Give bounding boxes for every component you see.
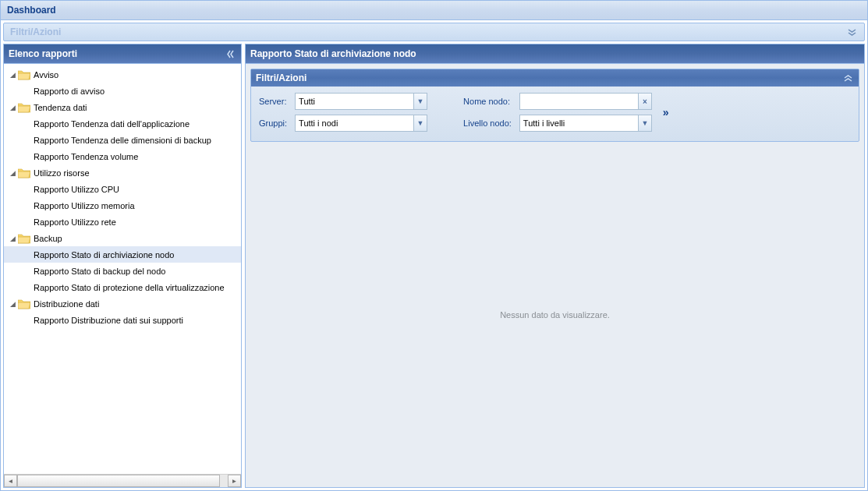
top-filters-title: Filtri/Azioni (10, 26, 61, 37)
tree-item[interactable]: Rapporto Utilizzo CPU (4, 181, 241, 197)
tree-toggle-icon[interactable]: ◢ (7, 71, 18, 79)
tree-item-label: Rapporto Utilizzo rete (34, 217, 116, 227)
right-panel: Rapporto Stato di archiviazione nodo Fil… (245, 44, 865, 488)
tree-folder[interactable]: ◢Distribuzione dati (4, 295, 241, 312)
tree-item-label: Rapporto Stato di backup del nodo (34, 267, 165, 276)
expand-down-icon[interactable] (845, 26, 858, 38)
tree-folder-label: Tendenza dati (34, 103, 87, 112)
tree-toggle-icon[interactable]: ◢ (7, 104, 18, 111)
sub-filters-body: Server: ▼ Nome nodo: × Gruppi: (251, 87, 859, 141)
apply-filter-button[interactable]: » (658, 106, 674, 118)
tree-item[interactable]: Rapporto di avviso (4, 83, 241, 99)
horizontal-scrollbar[interactable]: ◄ ► (4, 474, 241, 487)
scroll-left-button[interactable]: ◄ (4, 475, 17, 487)
server-input[interactable] (295, 93, 413, 110)
tree-item-label: Rapporto Stato di archiviazione nodo (34, 250, 174, 260)
left-panel: Elenco rapporti ◢AvvisoRapporto di avvis… (3, 44, 242, 488)
tree-folder-label: Distribuzione dati (34, 299, 99, 309)
livello-nodo-trigger-icon[interactable]: ▼ (638, 115, 652, 132)
gruppi-trigger-icon[interactable]: ▼ (413, 115, 427, 132)
livello-nodo-combo[interactable]: ▼ (519, 115, 652, 132)
tree-item-label: Rapporto Tendenza delle dimensioni di ba… (34, 136, 211, 145)
right-panel-title: Rapporto Stato di archiviazione nodo (250, 48, 416, 59)
nome-nodo-field[interactable]: × (519, 93, 652, 110)
tree-item-label: Rapporto Utilizzo CPU (34, 185, 119, 194)
tree-folder[interactable]: ◢Tendenza dati (4, 99, 241, 115)
nome-nodo-input[interactable] (519, 93, 638, 110)
folder-icon (18, 233, 30, 244)
tree-item-label: Rapporto Tendenza dati dell'applicazione (34, 119, 190, 129)
dashboard-title: Dashboard (7, 5, 56, 16)
gruppi-label: Gruppi: (259, 118, 287, 128)
tree-item[interactable]: Rapporto Stato di backup del nodo (4, 263, 241, 279)
tree-item[interactable]: Rapporto Stato di protezione della virtu… (4, 279, 241, 295)
report-tree[interactable]: ◢AvvisoRapporto di avviso◢Tendenza datiR… (4, 64, 241, 474)
gruppi-input[interactable] (295, 115, 413, 132)
report-body: Nessun dato da visualizzare. (250, 147, 859, 482)
collapse-left-icon[interactable] (225, 48, 236, 60)
tree-folder-label: Avviso (34, 70, 58, 79)
livello-nodo-input[interactable] (519, 115, 638, 132)
collapse-up-icon[interactable] (842, 72, 854, 84)
folder-icon (18, 168, 30, 178)
scroll-thumb[interactable] (17, 475, 220, 487)
tree-item[interactable]: Rapporto Utilizzo memoria (4, 197, 241, 214)
tree-folder[interactable]: ◢Avviso (4, 66, 241, 83)
right-panel-header: Rapporto Stato di archiviazione nodo (246, 44, 864, 64)
scroll-track[interactable] (17, 475, 228, 487)
tree-item-label: Rapporto Stato di protezione della virtu… (34, 283, 225, 292)
sub-filters-panel: Filtri/Azioni Server: ▼ Nome nodo: (250, 69, 859, 142)
tree-item[interactable]: Rapporto Stato di archiviazione nodo (4, 246, 241, 263)
nome-nodo-label: Nome nodo: (463, 97, 512, 106)
left-panel-title: Elenco rapporti (9, 48, 77, 59)
clear-icon[interactable]: × (638, 93, 652, 110)
dashboard-header: Dashboard (1, 1, 867, 20)
server-trigger-icon[interactable]: ▼ (413, 93, 427, 110)
tree-item[interactable]: Rapporto Distribuzione dati sui supporti (4, 312, 241, 328)
folder-icon (18, 69, 30, 80)
scroll-right-button[interactable]: ► (228, 475, 241, 487)
tree-folder-label: Backup (34, 234, 62, 243)
tree-item[interactable]: Rapporto Tendenza delle dimensioni di ba… (4, 132, 241, 148)
tree-item-label: Rapporto Utilizzo memoria (34, 201, 135, 210)
tree-folder[interactable]: ◢Utilizzo risorse (4, 164, 241, 181)
gruppi-combo[interactable]: ▼ (295, 115, 427, 132)
server-label: Server: (259, 97, 287, 106)
sub-filters-header: Filtri/Azioni (251, 69, 859, 87)
top-filters-bar[interactable]: Filtri/Azioni (3, 23, 865, 41)
server-combo[interactable]: ▼ (295, 93, 427, 110)
tree-folder[interactable]: ◢Backup (4, 230, 241, 246)
tree-item-label: Rapporto Distribuzione dati sui supporti (34, 316, 183, 325)
left-panel-header: Elenco rapporti (4, 44, 241, 64)
tree-toggle-icon[interactable]: ◢ (7, 235, 18, 242)
sub-filters-title: Filtri/Azioni (256, 72, 306, 83)
empty-message: Nessun dato da visualizzare. (500, 310, 610, 320)
tree-toggle-icon[interactable]: ◢ (7, 169, 18, 177)
tree-item-label: Rapporto Tendenza volume (34, 152, 138, 161)
tree-item-label: Rapporto di avviso (34, 87, 105, 96)
folder-icon (18, 298, 30, 309)
tree-item[interactable]: Rapporto Tendenza volume (4, 148, 241, 164)
tree-item[interactable]: Rapporto Tendenza dati dell'applicazione (4, 115, 241, 132)
tree-item[interactable]: Rapporto Utilizzo rete (4, 214, 241, 230)
livello-nodo-label: Livello nodo: (463, 118, 512, 128)
tree-folder-label: Utilizzo risorse (34, 168, 90, 178)
tree-toggle-icon[interactable]: ◢ (7, 300, 18, 308)
folder-icon (18, 102, 30, 113)
